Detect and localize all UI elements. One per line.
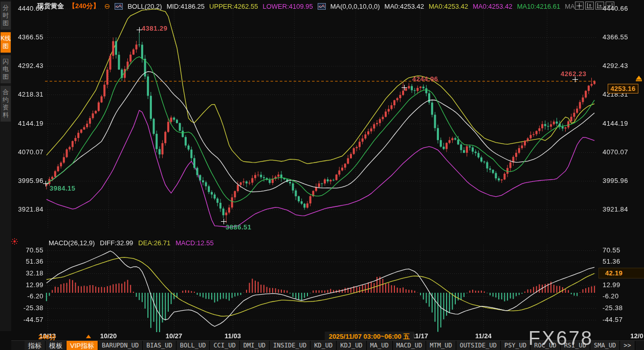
ma-indicator-icon[interactable]	[318, 3, 326, 10]
price-up-arrow-icon	[636, 76, 642, 80]
axis-tick-label: -44.57	[603, 316, 623, 323]
axis-tick-label: 4366.55	[5, 33, 43, 41]
indicator-header: 现货黄金 【240分】 ⊖ BOLL(20,2) MID:4186.25 UPP…	[37, 2, 584, 11]
xaxis-label: 11/24	[475, 332, 492, 340]
macd-settings-icon[interactable]	[11, 238, 18, 245]
ma-value: MA0:4253.42	[429, 3, 468, 10]
toolbar-item->>[interactable]: >>	[620, 341, 635, 350]
axis-tick-label: 3921.84	[603, 205, 628, 213]
boll-lower-value: LOWER:4109.95	[262, 3, 313, 10]
axis-tick-label: 70.55	[603, 246, 620, 254]
toolbar-item-DMI_UD[interactable]: DMI_UD	[240, 341, 270, 350]
ma-values: MA0:4253.42MA0:4253.42MA0:4253.42MA10:42…	[385, 3, 584, 10]
toolbar-item-OUTSIDE_UD[interactable]: OUTSIDE_UD	[456, 341, 501, 350]
axis-tick-label: 4144.19	[603, 120, 628, 127]
boll-label: BOLL(20,2)	[127, 3, 162, 10]
toolbar-item-MTM_UD[interactable]: MTM_UD	[426, 341, 456, 350]
toolbar-item-SMA_UD[interactable]: SMA_UD	[590, 341, 620, 350]
macd-diff-value: DIFF:32.99	[100, 239, 133, 247]
xaxis-label: 11/03	[225, 332, 241, 340]
axis-tick-label: 4218.31	[5, 90, 43, 98]
collapse-icon[interactable]: ⊖	[104, 3, 110, 9]
current-price-badge: 4253.16	[608, 84, 638, 94]
axis-tick-label: 4292.43	[5, 62, 43, 69]
axis-tick-label: -6.20	[603, 292, 619, 300]
toolbar-item-PSY_UD[interactable]: PSY_UD	[501, 341, 530, 350]
axis-tick-label: 3995.96	[603, 177, 628, 184]
toolbar-item-MA_UD[interactable]: MA_UD	[367, 341, 393, 350]
axis-tick-label: 51.36	[5, 258, 43, 265]
price-annotation: 4262.23	[561, 70, 587, 78]
toolbar-item-BIAS_UD[interactable]: BIAS_UD	[143, 341, 176, 350]
axis-tick-label: 4366.55	[603, 33, 628, 41]
macd-header: MACD(26,12,9) DIFF:32.99 DEA:26.71 MACD:…	[49, 239, 214, 247]
axis-tick-label: 4144.19	[5, 120, 43, 127]
axis-tick-label: 32.18	[5, 269, 43, 277]
period-up-triangle-icon[interactable]	[86, 335, 91, 338]
ma-value: MA10:4216.61	[517, 3, 561, 10]
axis-tick-label: 70.55	[5, 246, 43, 254]
toolbar-item-CCI_UD[interactable]: CCI_UD	[210, 341, 239, 350]
period-label[interactable]: 【240分】	[69, 2, 100, 11]
axis-tick-label: 4440.66	[603, 5, 628, 12]
toolbar-item-BARUPDN_UD[interactable]: BARUPDN_UD	[98, 341, 143, 350]
toolbar-item-MACD_UD[interactable]: MACD_UD	[393, 341, 427, 350]
axis-tick-label: -44.57	[5, 316, 43, 323]
axis-tick-label: 3995.96	[5, 177, 43, 184]
price-chart-canvas[interactable]	[0, 0, 644, 350]
crosshair-icon[interactable]	[575, 2, 584, 10]
toolbar-item-指标[interactable]: 指标	[25, 341, 46, 350]
xaxis-label: 11/17	[412, 332, 428, 340]
price-annotation: 3984.15	[50, 184, 76, 192]
xaxis-label: 10/20	[100, 332, 117, 340]
toolbar-item-BOLL_UD[interactable]: BOLL_UD	[176, 341, 210, 350]
axis-tick-label: -25.38	[603, 304, 623, 312]
toolbar-item-KDJ_UD[interactable]: KDJ_UD	[337, 341, 366, 350]
axis-tick-label: 4070.07	[603, 148, 628, 156]
boll-indicator-icon[interactable]	[115, 3, 123, 10]
toolbar-item-VIP指标[interactable]: VIP指标	[66, 341, 98, 350]
boll-mid-value: MID:4186.25	[167, 3, 205, 10]
watermark: FX678	[528, 328, 593, 349]
toolbar-spacer	[11, 341, 25, 350]
macd-dea-value: DEA:26.71	[138, 239, 170, 247]
scale-up-icon[interactable]	[585, 2, 594, 10]
toolbar-item-INSIDE_UD[interactable]: INSIDE_UD	[270, 341, 310, 350]
axis-tick-label: 4070.07	[5, 148, 43, 156]
axis-tick-label: 4292.43	[603, 62, 628, 69]
price-annotation: 4381.29	[142, 25, 168, 32]
price-annotation: 3886.51	[226, 223, 252, 231]
price-up-arrow-base	[636, 80, 642, 81]
ma-label: MA(0,0,0,10,0,0)	[330, 3, 380, 10]
axis-tick-label: 12.99	[603, 281, 620, 289]
axis-tick-label: -25.38	[5, 304, 43, 312]
ma-value: MA0:4253.42	[473, 3, 512, 10]
toolbar-item-KD_UD[interactable]: KD_UD	[310, 341, 337, 350]
toolbar-item-模板[interactable]: 模板	[46, 341, 66, 350]
xaxis-label: 10/27	[166, 332, 183, 340]
macd-value-badge: 42.19	[598, 268, 644, 278]
axis-tick-label: 12.99	[5, 281, 43, 289]
xaxis-label: 12/0	[630, 332, 643, 340]
axis-tick-label: 3921.84	[5, 205, 43, 213]
axis-tick-label: 51.36	[603, 258, 620, 265]
axis-tick-label: -6.20	[5, 292, 43, 300]
boll-upper-value: UPPER:4262.55	[209, 3, 258, 10]
macd-macd-value: MACD:12.55	[175, 239, 213, 247]
macd-label: MACD(26,12,9)	[49, 239, 95, 247]
axis-tick-label: 4440.66	[5, 5, 43, 12]
ma-value: MA0:4253.42	[385, 3, 424, 10]
price-annotation: 4244.96	[412, 75, 438, 83]
